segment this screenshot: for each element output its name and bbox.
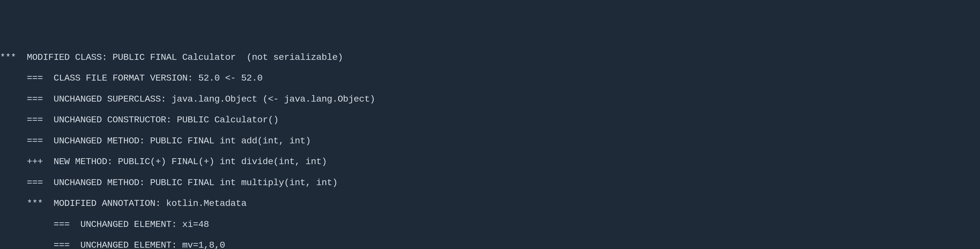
terminal-output: *** MODIFIED CLASS: PUBLIC FINAL Calcula… — [0, 42, 980, 249]
diff-line-annotation: *** MODIFIED ANNOTATION: kotlin.Metadata — [0, 198, 980, 209]
diff-line-method-add: === UNCHANGED METHOD: PUBLIC FINAL int a… — [0, 136, 980, 146]
diff-line-class-version: === CLASS FILE FORMAT VERSION: 52.0 <- 5… — [0, 73, 980, 83]
diff-line-modified-class: *** MODIFIED CLASS: PUBLIC FINAL Calcula… — [0, 52, 980, 63]
diff-line-superclass: === UNCHANGED SUPERCLASS: java.lang.Obje… — [0, 94, 980, 105]
diff-line-method-divide-new: +++ NEW METHOD: PUBLIC(+) FINAL(+) int d… — [0, 156, 980, 167]
diff-line-element-xi: === UNCHANGED ELEMENT: xi=48 — [0, 219, 980, 230]
diff-line-element-mv: === UNCHANGED ELEMENT: mv=1,8,0 — [0, 240, 980, 249]
diff-line-constructor: === UNCHANGED CONSTRUCTOR: PUBLIC Calcul… — [0, 115, 980, 125]
diff-line-method-multiply: === UNCHANGED METHOD: PUBLIC FINAL int m… — [0, 177, 980, 188]
